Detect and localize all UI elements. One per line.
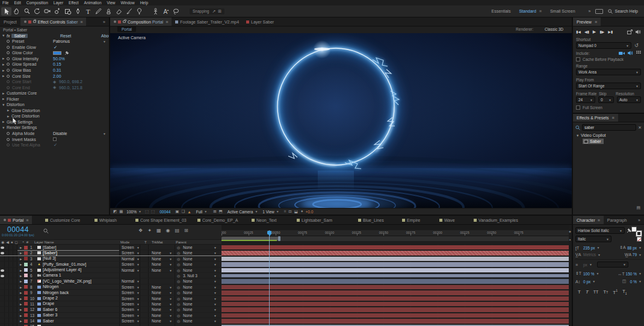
- layer-row-15[interactable]: ►15: [0, 324, 221, 326]
- layer-bar-13[interactable]: [221, 313, 569, 318]
- tsume-value[interactable]: 0 %: [630, 280, 637, 284]
- puppet-pin-tool-icon[interactable]: [134, 7, 144, 16]
- layer-row-14[interactable]: ►14SaberScreen▼None▼◎None▼: [0, 318, 221, 324]
- layer-label-chip[interactable]: [24, 268, 28, 272]
- pan-behind-tool-icon[interactable]: [52, 7, 63, 16]
- tracking-value[interactable]: 79: [633, 252, 637, 257]
- layer-parent-select[interactable]: None: [183, 257, 193, 261]
- parent-pickwhip-icon[interactable]: ◎: [177, 302, 180, 306]
- snap-angle-icon[interactable]: ↗: [212, 9, 215, 14]
- comp-breadcrumb-tab[interactable]: Portal: [117, 27, 136, 32]
- menu-help[interactable]: Help: [140, 1, 148, 5]
- fullscreen-checkbox[interactable]: [576, 105, 580, 110]
- tab-comp-blue-lines[interactable]: Blue_Lines: [358, 216, 384, 225]
- layer-name[interactable]: [VC_Logo_White_2K.png]: [43, 279, 91, 283]
- layer-parent-select[interactable]: 3. Null 3: [183, 274, 197, 278]
- layer-label-chip[interactable]: [24, 274, 28, 277]
- layer-parent-select[interactable]: None: [183, 313, 193, 318]
- menu-composition[interactable]: Composition: [26, 1, 48, 5]
- always-preview-icon[interactable]: ◩: [113, 209, 117, 214]
- tab-comp-wave[interactable]: Wave: [439, 216, 455, 225]
- flowchart-icon[interactable]: ⬓: [294, 209, 298, 214]
- layer-row-10[interactable]: ►10Drape 2Screen▼None▼◎None▼: [0, 296, 221, 301]
- layer-trkmat-select[interactable]: None: [152, 268, 161, 272]
- effect-about-link[interactable]: About: [101, 34, 109, 38]
- faux-styles-row[interactable]: TTTTTTT1T1: [573, 284, 644, 295]
- stamp-tool-icon[interactable]: [104, 7, 114, 16]
- layer-mode-select[interactable]: Screen: [122, 296, 134, 301]
- menu-view[interactable]: View: [107, 1, 116, 5]
- stroke-width-value[interactable]: px: [583, 263, 587, 267]
- layer-name[interactable]: [Puffy_Smoke_01.mov]: [43, 262, 86, 266]
- rotate-tool-icon[interactable]: [32, 7, 42, 16]
- roi-icon[interactable]: ⬚: [145, 209, 149, 214]
- parent-pickwhip-icon[interactable]: ◎: [177, 285, 180, 289]
- view-layout-icon[interactable]: ⬒: [219, 209, 223, 214]
- snapping-toggle[interactable]: Snapping ↗ ⊞: [190, 8, 224, 14]
- stock-icon[interactable]: [595, 9, 603, 14]
- layer-bar-12[interactable]: [221, 307, 569, 312]
- workspace-essentials[interactable]: Essentials: [492, 9, 511, 13]
- playhead-line[interactable]: [269, 230, 270, 326]
- eyedropper-icon[interactable]: [64, 51, 69, 55]
- layer-name[interactable]: Saber 3: [43, 313, 58, 317]
- tab-project[interactable]: Project: [0, 17, 20, 26]
- mute-icon[interactable]: [636, 30, 641, 34]
- layer-bar-3[interactable]: [221, 257, 569, 261]
- font-family-select[interactable]: Harlow Solid Italic▼: [575, 227, 625, 234]
- timeline-timecode[interactable]: 00044: [7, 225, 29, 234]
- layer-trkmat-select[interactable]: None: [152, 285, 161, 289]
- export-icon[interactable]: [627, 30, 633, 34]
- parent-pickwhip-icon[interactable]: ◎: [177, 262, 180, 266]
- cache-before-playback-checkbox[interactable]: [576, 57, 580, 61]
- playfrom-select[interactable]: Start Of Range▼: [576, 83, 641, 89]
- layer-label-chip[interactable]: [24, 308, 28, 312]
- tab-composition[interactable]: Composition Portal≡: [110, 17, 172, 26]
- layer-mode-select[interactable]: Normal: [122, 257, 134, 261]
- layer-parent-select[interactable]: None: [183, 302, 193, 306]
- layer-name[interactable]: Saber: [43, 319, 54, 323]
- layer-eye-icon[interactable]: [1, 275, 4, 277]
- workspace-standard[interactable]: Standard: [519, 9, 536, 13]
- col-layer-name[interactable]: Layer Name: [34, 240, 54, 244]
- layer-row-9[interactable]: ►9Nitrogen backScreen▼None▼◎None▼: [0, 290, 221, 295]
- transparency-grid-icon[interactable]: ⊞: [213, 209, 216, 214]
- layer-row-2[interactable]: ►2[Saber]Screen▼None▼◎None▼: [0, 250, 221, 255]
- layer-label-chip[interactable]: [24, 285, 28, 289]
- last-frame-button[interactable]: ▶▮: [608, 30, 613, 34]
- layer-trkmat-select[interactable]: None: [152, 251, 161, 255]
- preset-item-saber[interactable]: Saber: [583, 139, 604, 144]
- layer-name[interactable]: [Null 3]: [43, 256, 56, 260]
- effect-name[interactable]: Saber: [11, 34, 28, 38]
- menu-layer[interactable]: Layer: [54, 1, 63, 5]
- layer-parent-select[interactable]: None: [183, 279, 193, 283]
- leading-value[interactable]: 88 px: [627, 246, 637, 250]
- parent-pickwhip-icon[interactable]: ◎: [177, 290, 180, 295]
- comp-viewport[interactable]: Active Camera: [110, 33, 572, 208]
- layer-bar-1[interactable]: [221, 245, 569, 249]
- search-help-label[interactable]: Search Help: [615, 9, 638, 13]
- layer-bar-10[interactable]: [221, 296, 569, 301]
- layer-mode-select[interactable]: Screen: [122, 262, 134, 266]
- shape-tool-icon[interactable]: [63, 7, 73, 16]
- tab-comp-customize-core[interactable]: Customize Core: [45, 216, 80, 225]
- baseline-value[interactable]: 0 px: [583, 280, 590, 284]
- layer-row-7[interactable]: ►7[VC_Logo_White_2K.png]Normal▼◎None▼: [0, 278, 221, 284]
- layer-mode-select[interactable]: Screen: [122, 245, 134, 249]
- camera-tool-icon[interactable]: [42, 7, 52, 16]
- layer-row-11[interactable]: ►11DrapeScreen▼None▼◎None▼: [0, 301, 221, 307]
- layer-row-13[interactable]: ►13Saber 3Screen▼None▼◎None▼: [0, 313, 221, 318]
- tab-comp-core-demo-ep-a[interactable]: Core_Demo_EP_A: [197, 216, 238, 225]
- renderer-value[interactable]: Classic 3D: [545, 27, 563, 31]
- hscale-value[interactable]: 150 %: [626, 272, 637, 276]
- view-select[interactable]: 1 View: [262, 210, 274, 214]
- layer-mode-select[interactable]: Screen: [122, 290, 134, 295]
- layer-bar-7[interactable]: [221, 279, 569, 283]
- layer-mode-select[interactable]: Screen: [122, 251, 134, 255]
- layer-bar-14[interactable]: [221, 319, 569, 323]
- layer-trkmat-select[interactable]: None: [152, 319, 161, 323]
- camera-select[interactable]: Active Camera: [228, 210, 253, 214]
- layer-bar-5[interactable]: [221, 268, 569, 272]
- fast-preview-icon[interactable]: ▲: [187, 210, 191, 214]
- timeline-search-icon[interactable]: [43, 228, 49, 234]
